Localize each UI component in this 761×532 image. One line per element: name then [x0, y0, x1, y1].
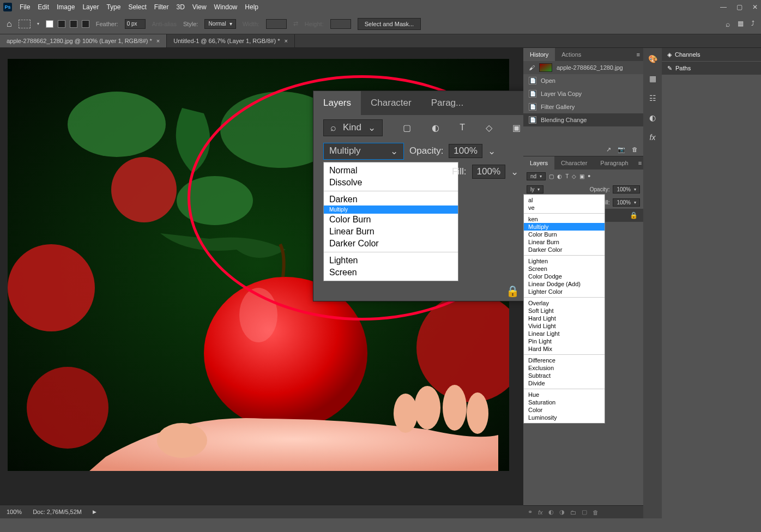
menu-view[interactable]: View [192, 3, 207, 11]
blend-option-selected[interactable]: Multiply [524, 223, 605, 231]
subtract-selection-icon[interactable] [70, 20, 77, 28]
canvas[interactable]: Layers Character Parag... ⌕ Kind⌄ ▢ ◐ T … [8, 59, 509, 471]
character-tab[interactable]: Character [554, 156, 594, 170]
channels-tab[interactable]: ◈ Channels [662, 51, 705, 58]
blend-option[interactable]: Linear Burn [524, 238, 605, 246]
menu-window[interactable]: Window [214, 3, 238, 11]
mask-icon[interactable]: ◐ [548, 509, 554, 516]
menu-type[interactable]: Type [106, 3, 120, 11]
blend-mode-select[interactable]: Multiply⌄ [323, 143, 404, 160]
select-and-mask-button[interactable]: Select and Mask... [358, 18, 421, 30]
blend-mode-select-small[interactable]: ly▾ [527, 185, 543, 194]
blend-option[interactable]: Linear Light [524, 330, 605, 337]
menu-filter[interactable]: Filter [154, 3, 169, 11]
menu-3d[interactable]: 3D [176, 3, 184, 11]
overlay-tab-paragraph[interactable]: Parag... [421, 91, 474, 115]
menu-edit[interactable]: Edit [38, 3, 49, 11]
blend-option[interactable]: ve [524, 204, 605, 211]
image-filter-icon[interactable]: ▢ [403, 123, 411, 133]
menu-image[interactable]: Image [57, 3, 75, 11]
blend-option[interactable]: Linear Burn [324, 226, 458, 238]
menu-file[interactable]: File [20, 3, 30, 11]
new-snapshot-icon[interactable]: ↗ [606, 146, 611, 153]
blend-option[interactable]: al [524, 196, 605, 204]
blend-option[interactable]: Exclusion [524, 364, 605, 372]
blend-option[interactable]: Normal [324, 165, 458, 177]
style-select[interactable]: Normal▾ [204, 19, 235, 29]
blend-option[interactable]: Color Dodge [524, 273, 605, 280]
adjustment-layer-icon[interactable]: ◑ [559, 509, 565, 516]
blend-option[interactable]: Dissolve [324, 177, 458, 189]
doc-tab-1[interactable]: apple-2788662_1280.jpg @ 100% (Layer 1, … [0, 34, 167, 47]
close-tab-icon[interactable]: × [156, 38, 160, 44]
swatches-icon[interactable]: ▦ [646, 72, 659, 85]
blend-option[interactable]: Color [524, 406, 605, 414]
home-icon[interactable]: ⌂ [7, 19, 12, 29]
panel-menu-icon[interactable]: ≡ [633, 48, 643, 61]
blend-option[interactable]: Soft Light [524, 307, 605, 315]
menu-layer[interactable]: Layer [82, 3, 99, 11]
share-icon[interactable]: ⤴ [751, 20, 754, 28]
camera-icon[interactable]: 📷 [618, 146, 625, 153]
blend-option[interactable]: Overlay [524, 299, 605, 307]
paragraph-tab[interactable]: Paragraph [594, 156, 635, 170]
blend-option[interactable]: Hard Mix [524, 345, 605, 353]
blend-option[interactable]: Screen [524, 265, 605, 273]
marquee-tool-icon[interactable] [19, 20, 31, 28]
fx-icon[interactable]: fx [538, 509, 543, 516]
pixel-filter-icon[interactable]: ▢ [549, 173, 554, 179]
color-icon[interactable]: 🎨 [646, 52, 659, 65]
blend-option[interactable]: Lighten [524, 257, 605, 265]
blend-option[interactable]: Screen [324, 267, 458, 279]
new-layer-icon[interactable]: ▢ [582, 509, 587, 516]
history-state[interactable]: 📄 Filter Gallery [523, 100, 643, 113]
filter-toggle-icon[interactable]: • [588, 172, 590, 180]
chevron-down-icon[interactable]: ▾ [37, 21, 39, 26]
layer-kind-select[interactable]: nd▾ [527, 172, 546, 180]
history-state[interactable]: 📄 Open [523, 74, 643, 87]
smart-filter-icon[interactable]: ▣ [512, 123, 521, 133]
doc-tab-2[interactable]: Untitled-1 @ 66,7% (Layer 1, RGB/8#) * × [167, 34, 295, 47]
type-filter-icon[interactable]: T [565, 173, 569, 179]
smart-filter-icon[interactable]: ▣ [579, 173, 584, 179]
blend-option[interactable]: Lighter Color [524, 288, 605, 295]
overlay-tab-layers[interactable]: Layers [313, 91, 361, 115]
fill-input[interactable]: 100%▾ [613, 198, 640, 207]
blend-option[interactable]: Pin Light [524, 337, 605, 345]
fill-input[interactable]: 100% [472, 165, 505, 179]
blend-option[interactable]: Subtract [524, 372, 605, 379]
menu-select[interactable]: Select [128, 3, 146, 11]
paths-tab[interactable]: ✎ Paths [662, 65, 696, 72]
blend-option[interactable]: Color Burn [324, 214, 458, 226]
adjustment-filter-icon[interactable]: ◐ [432, 123, 439, 133]
blend-option[interactable]: Color Burn [524, 231, 605, 238]
history-state-current[interactable]: 📄 Blending Change [523, 113, 643, 126]
blend-option[interactable]: Darker Color [324, 238, 458, 250]
styles-icon[interactable]: fx [646, 131, 659, 144]
blend-option[interactable]: Linear Dodge (Add) [524, 280, 605, 288]
blend-option[interactable]: Saturation [524, 398, 605, 406]
search-icon[interactable]: ⌕ [726, 20, 730, 28]
history-source[interactable]: 🖌 apple-2788662_1280.jpg [523, 61, 643, 74]
add-selection-icon[interactable] [58, 20, 65, 28]
window-maximize-button[interactable]: ▢ [736, 3, 742, 11]
type-filter-icon[interactable]: T [460, 123, 465, 132]
folder-icon[interactable]: 🗀 [570, 509, 576, 516]
zoom-level[interactable]: 100% [7, 509, 22, 515]
blend-option[interactable]: Luminosity [524, 414, 605, 421]
blend-option[interactable]: Darken [324, 194, 458, 205]
new-selection-icon[interactable] [46, 20, 53, 28]
blend-option[interactable]: Hue [524, 391, 605, 398]
link-icon[interactable]: ⚭ [528, 509, 533, 516]
window-minimize-button[interactable]: — [720, 3, 727, 11]
blend-option[interactable]: Hard Light [524, 315, 605, 322]
shape-filter-icon[interactable]: ◇ [572, 173, 576, 179]
history-tab[interactable]: History [523, 48, 555, 61]
opacity-input[interactable]: 100% [449, 144, 482, 158]
menu-help[interactable]: Help [245, 3, 258, 11]
close-tab-icon[interactable]: × [284, 38, 287, 44]
blend-option[interactable]: Darker Color [524, 246, 605, 253]
blend-option-selected[interactable]: Multiply [324, 205, 458, 214]
blend-option[interactable]: ken [524, 215, 605, 223]
filter-kind-select[interactable]: ⌕ Kind⌄ [323, 119, 383, 136]
